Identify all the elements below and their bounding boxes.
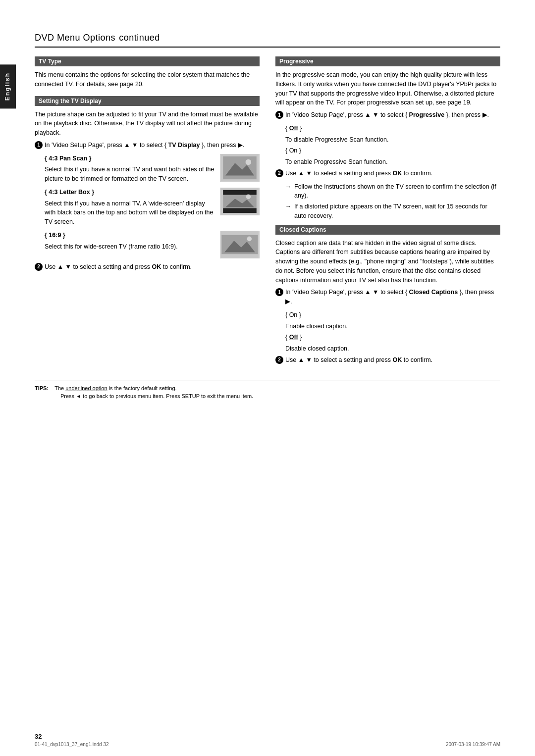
footer-left: 01-41_dvp1013_37_eng1.indd 32 (35, 742, 109, 747)
letter-box-label: { 4:3 Letter Box } (45, 188, 215, 197)
page-title: DVD Menu Options continued (35, 30, 500, 44)
progressive-step2: 2 Use ▲ ▼ to select a setting and press … (275, 169, 500, 178)
tips-section: TIPS: The underlined option is the facto… (35, 381, 500, 401)
arrow2-icon: → (285, 202, 291, 211)
cc-on-label: { On } (285, 310, 500, 320)
prog-step2-text: Use ▲ ▼ to select a setting and press OK… (285, 169, 500, 178)
letter-box-desc: Select this if you have a normal TV. A '… (45, 200, 214, 226)
progressive-body: In the progressive scan mode, you can en… (275, 70, 500, 107)
setting-tv-display-body: The picture shape can be adjusted to fit… (35, 110, 260, 138)
cc-step2-text: Use ▲ ▼ to select a setting and press OK… (285, 355, 500, 365)
svg-point-3 (246, 159, 252, 165)
prog-step1-text: In 'Video Setup Page', press ▲ ▼ to sele… (285, 110, 500, 120)
cc-off-label: { Off } (285, 333, 500, 342)
page-header: DVD Menu Options continued (35, 30, 500, 48)
sidebar-english: English (0, 64, 16, 108)
page-wrapper: English DVD Menu Options continued TV Ty… (0, 0, 535, 756)
footer-info: 01-41_dvp1013_37_eng1.indd 32 2007-03-19… (35, 742, 500, 747)
prog-step2-num: 2 (275, 169, 283, 177)
cc-on-desc: Enable closed caption. (285, 322, 500, 331)
closed-captions-body: Closed caption are data that are hidden … (275, 239, 500, 285)
page-number: 32 (35, 733, 42, 740)
pan-scan-option: { 4:3 Pan Scan } Select this if you have… (45, 154, 260, 184)
pan-scan-label: { 4:3 Pan Scan } (45, 154, 215, 163)
tips-label: TIPS: (35, 385, 49, 391)
progressive-arrow1-text: Follow the instructions shown on the TV … (294, 182, 500, 201)
right-column: Progressive In the progressive scan mode… (275, 56, 500, 369)
cc-step1-num: 1 (275, 288, 283, 296)
ratio-169-image (220, 231, 260, 258)
progressive-arrow2-text: If a distorted picture appears on the TV… (294, 202, 500, 221)
svg-rect-6 (223, 190, 257, 195)
ratio-169-text: { 16:9 } Select this for wide-screen TV … (45, 231, 215, 252)
left-column: TV Type This menu contains the options f… (35, 56, 260, 369)
step1-num: 1 (35, 141, 43, 149)
step2-text: Use ▲ ▼ to select a setting and press OK… (45, 262, 260, 272)
cc-step2-num: 2 (275, 356, 283, 364)
progressive-on-label: { On } (285, 146, 500, 155)
ratio-169-option: { 16:9 } Select this for wide-screen TV … (45, 231, 260, 258)
arrow1-icon: → (285, 182, 291, 191)
svg-point-13 (247, 236, 252, 241)
content-columns: TV Type This menu contains the options f… (35, 56, 500, 369)
step2-num: 2 (35, 263, 43, 271)
tv-display-step2: 2 Use ▲ ▼ to select a setting and press … (35, 262, 260, 272)
tips-line1: The underlined option is the factory def… (54, 385, 176, 391)
cc-step2: 2 Use ▲ ▼ to select a setting and press … (275, 355, 500, 365)
ratio-169-label: { 16:9 } (45, 231, 215, 240)
progressive-arrow1: → Follow the instructions shown on the T… (285, 182, 500, 201)
cc-off-desc: Disable closed caption. (285, 344, 500, 353)
progressive-arrow2: → If a distorted picture appears on the … (285, 202, 500, 221)
cc-step1: 1 In 'Video Setup Page', press ▲ ▼ to se… (275, 288, 500, 306)
letter-box-image (220, 188, 260, 215)
footer-right: 2007-03-19 10:39:47 AM (446, 742, 500, 747)
pan-scan-desc: Select this if you have a normal TV and … (45, 166, 214, 182)
progressive-step1: 1 In 'Video Setup Page', press ▲ ▼ to se… (275, 110, 500, 120)
progressive-on-desc: To enable Progressive Scan function. (285, 157, 500, 167)
svg-rect-7 (223, 208, 257, 213)
progressive-off-desc: To disable Progressive Scan function. (285, 135, 500, 145)
step1-text: In 'Video Setup Page', press ▲ ▼ to sele… (45, 141, 260, 150)
tv-type-body: This menu contains the options for selec… (35, 70, 260, 89)
setting-tv-display-header: Setting the TV Display (35, 96, 260, 106)
progressive-header: Progressive (275, 56, 500, 66)
ratio-169-desc: Select this for wide-screen TV (frame ra… (45, 243, 178, 250)
pan-scan-text: { 4:3 Pan Scan } Select this if you have… (45, 154, 215, 184)
svg-point-9 (246, 194, 251, 199)
tv-type-header: TV Type (35, 56, 260, 66)
closed-captions-header: Closed Captions (275, 225, 500, 235)
cc-step1-text: In 'Video Setup Page', press ▲ ▼ to sele… (285, 288, 500, 306)
letter-box-text: { 4:3 Letter Box } Select this if you ha… (45, 188, 215, 227)
tv-display-step1: 1 In 'Video Setup Page', press ▲ ▼ to se… (35, 141, 260, 150)
tips-line2: Press ◄ to go back to previous menu item… (60, 393, 253, 399)
letter-box-option: { 4:3 Letter Box } Select this if you ha… (45, 188, 260, 227)
prog-step1-num: 1 (275, 111, 283, 119)
progressive-off-label: { Off } (285, 124, 500, 133)
pan-scan-image (220, 154, 260, 182)
